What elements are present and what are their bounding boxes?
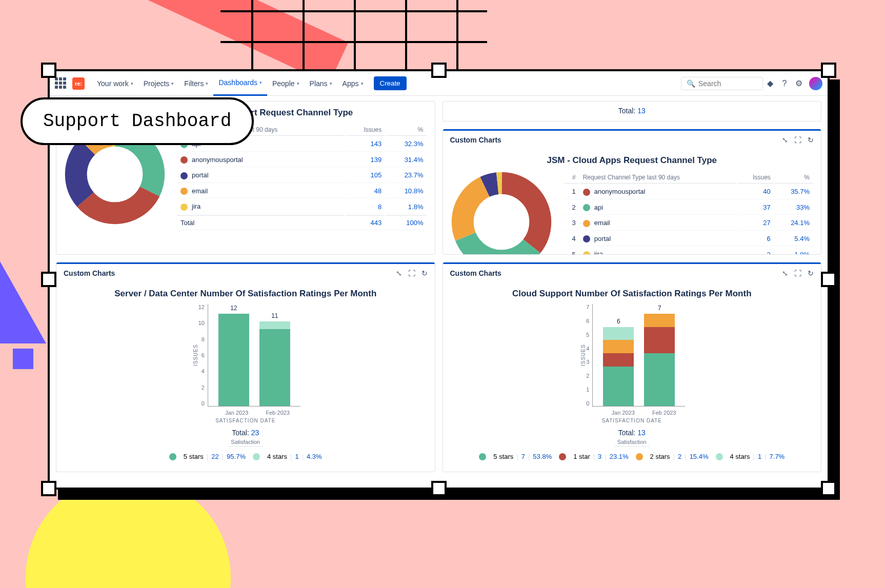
nav-your-work[interactable]: Your work ▾: [92, 71, 138, 96]
resize-handle[interactable]: [431, 63, 447, 78]
color-swatch: [583, 235, 590, 242]
bar[interactable]: [644, 314, 675, 406]
bar[interactable]: [259, 321, 290, 406]
nav-people[interactable]: People ▾: [267, 71, 305, 96]
legend-item[interactable]: 4 stars|1|7.7%: [716, 453, 785, 460]
chart-total: Total: 13: [618, 429, 646, 437]
col-header: Issues: [346, 124, 385, 136]
legend-item[interactable]: 5 stars|7|53.8%: [479, 453, 552, 460]
resize-handle[interactable]: [821, 272, 836, 287]
resize-handle[interactable]: [41, 481, 56, 496]
bar-segment: [603, 353, 634, 367]
plot-area: 67: [592, 304, 685, 407]
create-button[interactable]: Create: [374, 76, 407, 90]
chart-total: Total: 23: [232, 429, 259, 437]
nav-dashboards[interactable]: Dashboards ▾: [213, 71, 267, 96]
minimize-icon[interactable]: ⤡: [782, 136, 788, 144]
fullscreen-icon[interactable]: ⛶: [794, 136, 801, 144]
decor-purple-triangle: [0, 261, 46, 343]
avatar[interactable]: [809, 77, 822, 90]
table-row[interactable]: email4810.8%: [177, 184, 427, 199]
bar-segment: [644, 314, 675, 327]
table-row[interactable]: portal10523.7%: [177, 168, 427, 183]
table-row[interactable]: anonymousportal13931.4%: [177, 153, 427, 168]
nav-apps[interactable]: Apps ▾: [337, 71, 369, 96]
chevron-down-icon: ▾: [297, 81, 299, 86]
bar[interactable]: [603, 327, 634, 406]
bar-segment: [259, 329, 290, 406]
nav-filters[interactable]: Filters ▾: [179, 71, 213, 96]
decor-purple-square: [13, 349, 33, 369]
chevron-down-icon: ▾: [259, 80, 262, 85]
table-row[interactable]: 2api3733%: [564, 200, 813, 215]
legend-item[interactable]: 1 star|3|23.1%: [559, 453, 628, 460]
help-icon[interactable]: ?: [777, 76, 792, 91]
resize-handle[interactable]: [41, 272, 56, 287]
col-header: #: [564, 172, 579, 184]
table-row[interactable]: 5jira21.8%: [564, 247, 813, 255]
notifications-icon[interactable]: ◆: [763, 76, 777, 91]
x-axis: Jan 2023Feb 2023: [198, 410, 293, 416]
app-logo[interactable]: re:: [72, 77, 85, 90]
legend-item[interactable]: 5 stars|22|95.7%: [169, 453, 246, 460]
legend-item[interactable]: 2 stars|2|15.4%: [636, 453, 709, 460]
search-input[interactable]: 🔍: [681, 77, 763, 90]
bar-segment: [603, 367, 634, 406]
table-row[interactable]: 1anonymousportal4035.7%: [564, 185, 813, 199]
table-row[interactable]: jira81.8%: [177, 199, 427, 214]
col-header: %: [775, 172, 813, 184]
card-server-bar: Custom Charts ⤡ ⛶ ↻ Server / Data Center…: [56, 262, 435, 472]
color-swatch: [253, 453, 260, 460]
table-total-row: Total443100%: [177, 215, 427, 230]
legend-item[interactable]: 4 stars|1|4.3%: [253, 453, 322, 460]
resize-handle[interactable]: [821, 63, 836, 78]
table-row[interactable]: 3email2724.1%: [564, 216, 813, 231]
card-section-title: Custom Charts: [64, 269, 115, 277]
dashboard-body: Server / Data Center Support Request Cha…: [50, 96, 828, 488]
color-swatch: [583, 189, 590, 196]
color-swatch: [636, 453, 643, 460]
bar-segment: [218, 314, 249, 406]
nav-projects[interactable]: Projects ▾: [138, 71, 179, 96]
chart-title: Cloud Support Number Of Satisfaction Rat…: [450, 289, 814, 299]
nav-plans[interactable]: Plans ▾: [305, 71, 337, 96]
bar-total-label: 7: [658, 305, 661, 312]
decor-grid: [220, 0, 487, 72]
table-row[interactable]: 4portal65.4%: [564, 232, 813, 247]
app-switcher-icon[interactable]: [55, 77, 67, 90]
bar-segment: [603, 327, 634, 340]
bar-column: 6: [603, 318, 634, 406]
chevron-down-icon: ▾: [206, 81, 208, 86]
chevron-down-icon: ▾: [361, 81, 364, 86]
bar-total-label: 12: [230, 305, 237, 312]
card-partial-total: Total: 13: [442, 101, 822, 121]
plot-area: 1211: [208, 304, 300, 407]
fullscreen-icon[interactable]: ⛶: [794, 269, 801, 277]
svg-point-4: [76, 135, 154, 213]
color-swatch: [583, 204, 590, 211]
refresh-icon[interactable]: ↻: [808, 269, 814, 277]
bar-total-label: 6: [617, 318, 620, 325]
search-field[interactable]: [698, 79, 757, 88]
y-axis: 121086420: [198, 304, 208, 407]
color-swatch: [180, 204, 188, 211]
total-value[interactable]: 13: [637, 107, 646, 115]
resize-handle[interactable]: [821, 481, 836, 496]
resize-handle[interactable]: [431, 481, 447, 496]
chart-sublabel: Satisfaction: [614, 438, 650, 447]
y-axis: 76543210: [586, 304, 592, 407]
bar-column: 11: [259, 312, 290, 406]
minimize-icon[interactable]: ⤡: [782, 269, 788, 277]
y-axis-label: ISSUES: [191, 304, 198, 407]
data-table: # Request Channel Type last 90 days Issu…: [563, 171, 814, 255]
refresh-icon[interactable]: ↻: [808, 136, 814, 144]
bar[interactable]: [218, 314, 249, 406]
refresh-icon[interactable]: ↻: [421, 269, 428, 277]
fullscreen-icon[interactable]: ⛶: [408, 269, 415, 277]
y-axis-label: ISSUES: [578, 304, 586, 407]
resize-handle[interactable]: [41, 63, 56, 78]
bar-segment: [603, 340, 634, 353]
settings-icon[interactable]: ⚙: [792, 76, 806, 91]
x-axis-label: SATISFACTION DATE: [602, 418, 662, 423]
minimize-icon[interactable]: ⤡: [396, 269, 402, 277]
